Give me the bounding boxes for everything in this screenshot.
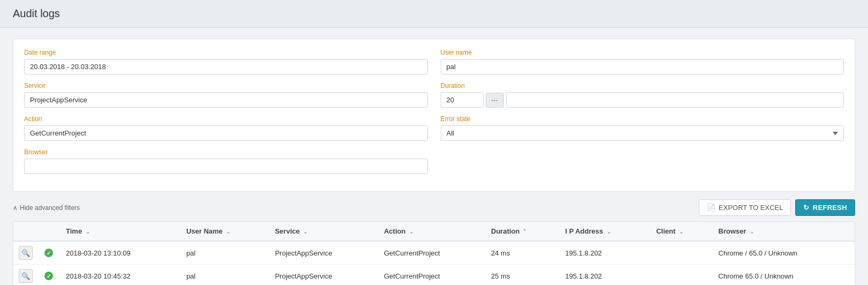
time-sort-icon[interactable]: ⌄ [86, 229, 90, 235]
row-search-button[interactable]: 🔍 [19, 269, 33, 283]
th-username: User Name ⌄ [180, 222, 269, 241]
row-duration: 24 ms [485, 241, 558, 265]
hide-filters-toggle[interactable]: ∧ Hide advanced filters [13, 204, 80, 212]
row-username: pal [180, 241, 269, 265]
row-action: GetCurrentProject [378, 265, 485, 286]
duration-group: Duration --- [441, 82, 844, 108]
th-service-label: Service [275, 227, 299, 235]
duration-from-input[interactable] [441, 92, 484, 108]
row-username: pal [180, 265, 269, 286]
th-time-label: Time [66, 227, 82, 235]
service-sort-icon[interactable]: ⌄ [303, 229, 307, 235]
refresh-icon: ↻ [803, 204, 809, 212]
audit-log-table-wrapper: Time ⌄ User Name ⌄ Service ⌄ Action ⌄ [13, 221, 855, 285]
row-time: 2018-03-20 10:45:32 [59, 265, 180, 286]
th-browser: Browser ⌄ [712, 222, 855, 241]
username-label: User name [441, 49, 844, 56]
row-duration: 25 ms [485, 265, 558, 286]
row-ip: 195.1.8.202 [558, 265, 650, 286]
hide-filters-label: Hide advanced filters [20, 204, 80, 212]
row-status: ✓ [38, 265, 59, 286]
row-browser: Chrome / 65.0 / Unknown [712, 241, 855, 265]
page-header: Audit logs [0, 0, 868, 28]
th-duration-label: Duration [491, 227, 519, 235]
th-ip: I P Address ⌄ [558, 222, 650, 241]
browser-placeholder-group [441, 148, 844, 174]
client-sort-icon[interactable]: ⌄ [679, 229, 683, 235]
export-label: EXPORT TO EXCEL [719, 204, 783, 212]
chevron-up-icon: ∧ [13, 204, 18, 212]
export-button[interactable]: 📄 EXPORT TO EXCEL [699, 199, 791, 216]
th-status [38, 222, 59, 241]
browser-group: Browser [24, 148, 428, 174]
toolbar-actions: 📄 EXPORT TO EXCEL ↻ REFRESH [699, 199, 855, 216]
refresh-button[interactable]: ↻ REFRESH [795, 199, 855, 216]
browser-input[interactable] [24, 159, 428, 174]
duration-row: --- [441, 92, 844, 108]
row-client [650, 241, 712, 265]
success-icon: ✓ [44, 249, 53, 257]
th-time: Time ⌄ [59, 222, 180, 241]
duration-sort-icon[interactable]: ˅ [523, 229, 526, 235]
export-icon: 📄 [707, 204, 715, 212]
row-action: GetCurrentProject [378, 241, 485, 265]
duration-label: Duration [441, 82, 844, 89]
service-input[interactable] [24, 92, 428, 108]
th-ip-label: I P Address [565, 227, 603, 235]
row-ip: 195.1.8.202 [558, 241, 650, 265]
ip-sort-icon[interactable]: ⌄ [607, 229, 611, 235]
service-label: Service [24, 82, 428, 89]
browser-sort-icon[interactable]: ⌄ [750, 229, 754, 235]
row-client [650, 265, 712, 286]
date-range-input[interactable] [24, 59, 428, 74]
row-service: ProjectAppService [268, 265, 377, 286]
service-group: Service [24, 82, 428, 108]
th-duration: Duration ˅ [485, 222, 558, 241]
table-row: 🔍 ✓ 2018-03-20 13:10:09 pal ProjectAppSe… [13, 241, 855, 265]
action-sort-icon[interactable]: ⌄ [409, 229, 413, 235]
date-range-label: Date range [24, 49, 428, 56]
row-search-action: 🔍 [13, 265, 38, 286]
action-label: Action [24, 115, 428, 123]
table-row: 🔍 ✓ 2018-03-20 10:45:32 pal ProjectAppSe… [13, 265, 855, 286]
browser-label: Browser [24, 148, 428, 156]
duration-to-input[interactable] [506, 92, 844, 108]
th-action-label: Action [384, 227, 405, 235]
th-client-label: Client [656, 227, 675, 235]
audit-log-table: Time ⌄ User Name ⌄ Service ⌄ Action ⌄ [13, 222, 855, 285]
action-input[interactable] [24, 125, 428, 141]
username-group: User name [441, 49, 844, 74]
row-browser: Chrome 65.0 / Unknown [712, 265, 855, 286]
refresh-label: REFRESH [813, 204, 847, 212]
page-title: Audit logs [13, 8, 60, 19]
filter-row-2: Service Duration --- [24, 82, 844, 108]
row-search-action: 🔍 [13, 241, 38, 265]
error-state-group: Error state All Error Success [441, 115, 844, 141]
success-icon: ✓ [44, 272, 53, 280]
row-time: 2018-03-20 13:10:09 [59, 241, 180, 265]
date-range-group: Date range [24, 49, 428, 74]
error-state-select[interactable]: All Error Success [441, 125, 844, 141]
filter-row-1: Date range User name [24, 49, 844, 74]
th-client: Client ⌄ [650, 222, 712, 241]
filter-row-4: Browser [24, 148, 844, 174]
error-state-label: Error state [441, 115, 844, 123]
row-search-button[interactable]: 🔍 [19, 246, 33, 260]
th-service: Service ⌄ [268, 222, 377, 241]
row-status: ✓ [38, 241, 59, 265]
action-group: Action [24, 115, 428, 141]
filters-panel: Date range User name Service Duration --… [13, 39, 855, 192]
username-sort-icon[interactable]: ⌄ [226, 229, 230, 235]
row-service: ProjectAppService [268, 241, 377, 265]
th-search-action [13, 222, 38, 241]
username-input[interactable] [441, 59, 844, 74]
filter-row-3: Action Error state All Error Success [24, 115, 844, 141]
hide-filters-row: ∧ Hide advanced filters 📄 EXPORT TO EXCE… [13, 199, 855, 216]
th-username-label: User Name [186, 227, 223, 235]
th-action: Action ⌄ [378, 222, 485, 241]
duration-separator: --- [486, 93, 504, 108]
th-browser-label: Browser [719, 227, 746, 235]
table-header-row: Time ⌄ User Name ⌄ Service ⌄ Action ⌄ [13, 222, 855, 241]
